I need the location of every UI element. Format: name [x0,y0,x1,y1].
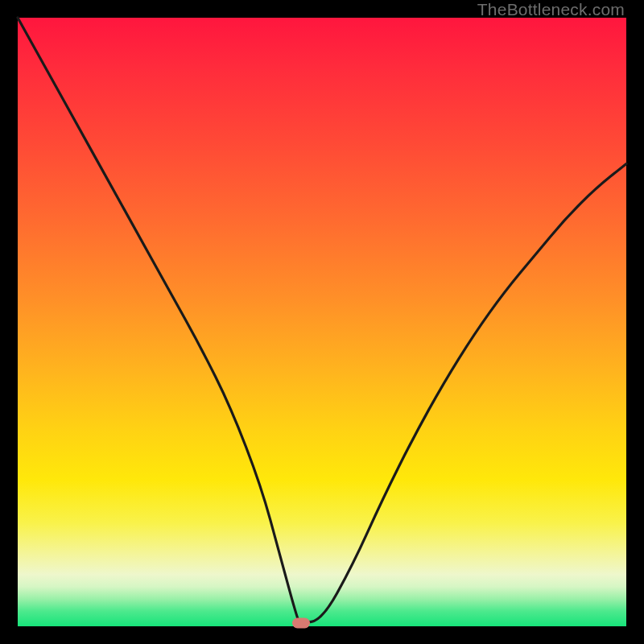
chart-frame: TheBottleneck.com [0,0,644,644]
bottleneck-curve [18,18,626,626]
optimal-point-marker [292,618,310,629]
watermark-text: TheBottleneck.com [477,0,625,19]
plot-area [18,18,626,626]
